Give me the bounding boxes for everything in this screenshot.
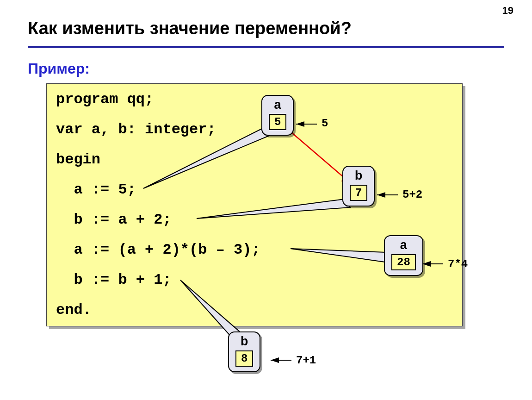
callout-var: b — [235, 335, 253, 350]
code-line-2: var a, b: integer; — [56, 121, 216, 138]
callout-var: a — [269, 99, 286, 113]
subtitle: Пример: — [28, 60, 90, 77]
code-line-1: program qq; — [56, 91, 154, 108]
code-box: program qq; var a, b: integer; begin a :… — [46, 83, 463, 326]
callout-val: 7 — [350, 185, 367, 201]
callout-a-5: a 5 — [261, 95, 294, 136]
callout-val: 8 — [235, 350, 253, 367]
annot-5: 5 — [322, 117, 328, 130]
annot-5plus2: 5+2 — [402, 188, 422, 201]
callout-a-28: a 28 — [384, 235, 423, 276]
code-line-5: b := a + 2; — [56, 211, 172, 228]
annot-7times4: 7*4 — [448, 258, 468, 270]
code-line-7: b := b + 1; — [56, 271, 172, 288]
callout-val: 28 — [391, 254, 416, 270]
callout-b-7: b 7 — [342, 166, 375, 206]
callout-b-8: b 8 — [228, 331, 260, 372]
callout-var: a — [391, 239, 416, 253]
slide-title: Как изменить значение переменной? — [28, 19, 352, 38]
code-line-3: begin — [56, 151, 100, 168]
title-underline — [28, 46, 504, 48]
code-line-8: end. — [56, 301, 92, 319]
callout-var: b — [350, 169, 367, 184]
page-number: 19 — [502, 5, 513, 17]
annot-7plus1: 7+1 — [296, 354, 316, 367]
callout-val: 5 — [269, 114, 286, 130]
code-line-6: a := (a + 2)*(b – 3); — [56, 241, 260, 258]
code-line-4: a := 5; — [56, 181, 136, 198]
